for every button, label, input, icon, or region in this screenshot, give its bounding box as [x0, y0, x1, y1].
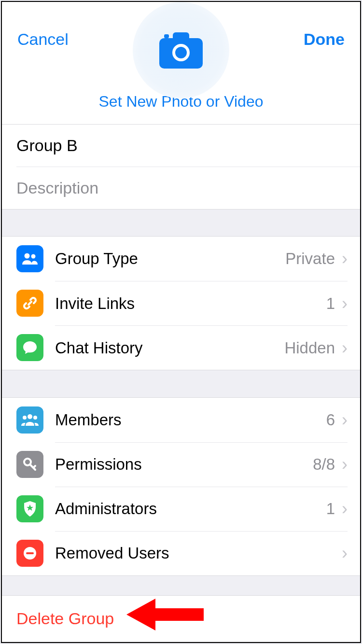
- chat-history-row[interactable]: Chat History Hidden ›: [2, 325, 360, 370]
- svg-point-1: [31, 254, 36, 259]
- cancel-button[interactable]: Cancel: [17, 30, 69, 49]
- group-type-row[interactable]: Group Type Private ›: [2, 237, 360, 281]
- chevron-right-icon: ›: [342, 454, 348, 475]
- group-settings-section-1: Group Type Private › Invite Links 1 › Ch…: [2, 236, 360, 370]
- camera-icon: [159, 32, 203, 69]
- annotation-arrow-icon: [126, 593, 204, 636]
- svg-point-2: [28, 414, 32, 419]
- permissions-row[interactable]: Permissions 8/8 ›: [2, 442, 360, 487]
- permissions-label: Permissions: [55, 455, 313, 474]
- minus-circle-icon: [16, 540, 43, 567]
- invite-links-value: 1: [326, 294, 335, 313]
- group-type-label: Group Type: [55, 250, 285, 268]
- name-description-section: [2, 124, 360, 210]
- administrators-label: Administrators: [55, 500, 326, 518]
- svg-marker-8: [126, 599, 204, 630]
- members-value: 6: [326, 411, 335, 429]
- members-label: Members: [55, 411, 326, 429]
- shield-star-icon: [16, 495, 43, 522]
- chat-bubble-icon: [16, 334, 43, 361]
- delete-group-button[interactable]: Delete Group: [2, 595, 360, 642]
- header: Cancel Done Set New Photo or Video: [2, 2, 360, 124]
- svg-point-4: [33, 416, 37, 420]
- link-icon: [16, 290, 43, 317]
- delete-group-label: Delete Group: [16, 609, 114, 628]
- chat-history-value: Hidden: [284, 339, 335, 357]
- chat-history-label: Chat History: [55, 339, 284, 357]
- done-button[interactable]: Done: [304, 30, 345, 49]
- svg-point-0: [25, 253, 30, 259]
- key-icon: [16, 451, 43, 478]
- group-edit-screen: Cancel Done Set New Photo or Video: [1, 1, 361, 643]
- members-icon: [16, 406, 43, 434]
- chevron-right-icon: ›: [342, 338, 348, 358]
- group-name-input[interactable]: [16, 125, 360, 167]
- invite-links-row[interactable]: Invite Links 1 ›: [2, 281, 360, 325]
- administrators-value: 1: [326, 500, 335, 518]
- invite-links-label: Invite Links: [55, 294, 326, 313]
- group-type-value: Private: [285, 250, 335, 268]
- section-gap: [2, 210, 360, 236]
- svg-rect-7: [26, 552, 34, 554]
- chevron-right-icon: ›: [342, 294, 348, 314]
- administrators-row[interactable]: Administrators 1 ›: [2, 487, 360, 531]
- group-photo-placeholder[interactable]: [133, 2, 229, 98]
- removed-users-label: Removed Users: [55, 544, 335, 562]
- group-description-input[interactable]: [16, 167, 360, 209]
- group-settings-section-2: Members 6 › Permissions 8/8 › Administra…: [2, 397, 360, 576]
- section-gap: [2, 576, 360, 596]
- permissions-value: 8/8: [313, 455, 335, 474]
- chevron-right-icon: ›: [342, 249, 348, 269]
- chevron-right-icon: ›: [342, 499, 348, 519]
- people-icon: [16, 245, 43, 272]
- svg-point-3: [23, 416, 27, 420]
- section-gap: [2, 370, 360, 397]
- members-row[interactable]: Members 6 ›: [2, 398, 360, 442]
- chevron-right-icon: ›: [342, 543, 348, 563]
- removed-users-row[interactable]: Removed Users ›: [2, 531, 360, 575]
- chevron-right-icon: ›: [342, 410, 348, 430]
